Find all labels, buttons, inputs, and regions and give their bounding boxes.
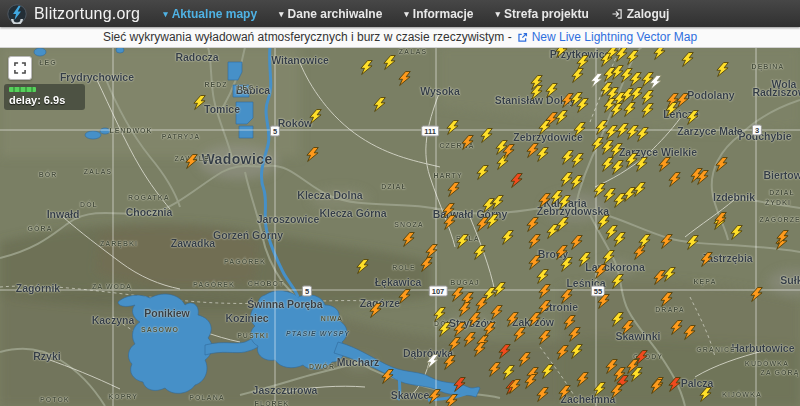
delay-progress-bar xyxy=(9,87,36,92)
nav-item-label: Zaloguj xyxy=(627,7,670,21)
nav-item-label: Dane archiwalne xyxy=(288,7,383,21)
site-tagline: Sieć wykrywania wyładowań atmosferycznyc… xyxy=(103,30,512,44)
dropdown-caret-icon: ▾ xyxy=(404,9,409,19)
blitzortung-logo-icon xyxy=(7,4,27,24)
top-navigation-bar: Blitzortung.org ▾Aktualne mapy▾Dane arch… xyxy=(0,0,800,27)
delay-label: delay: 6.9s xyxy=(9,94,79,106)
nav-item-aktualne-mapy[interactable]: ▾Aktualne mapy xyxy=(152,0,268,27)
dropdown-caret-icon: ▾ xyxy=(163,9,168,19)
sign-in-icon xyxy=(611,8,623,20)
nav-item-label: Strefa projektu xyxy=(504,7,589,21)
nav-item-label: Informacje xyxy=(413,7,474,21)
fullscreen-icon xyxy=(13,61,27,75)
nav-item-informacje[interactable]: ▾Informacje xyxy=(393,0,484,27)
fullscreen-button[interactable] xyxy=(8,56,32,80)
blitzortung-app: Blitzortung.org ▾Aktualne mapy▾Dane arch… xyxy=(0,0,800,406)
vector-map-link[interactable]: New Live Lightning Vector Map xyxy=(517,30,697,44)
nav-item-label: Aktualne mapy xyxy=(172,7,257,21)
subtitle-bar: Sieć wykrywania wyładowań atmosferycznyc… xyxy=(0,27,800,48)
nav-item-strefa-projektu[interactable]: ▾Strefa projektu xyxy=(485,0,600,27)
lightning-map[interactable]: WadowiceFrydrychowiceRadoczaWitanowiceBa… xyxy=(0,47,800,406)
dropdown-caret-icon: ▾ xyxy=(279,9,284,19)
delay-indicator: delay: 6.9s xyxy=(4,84,85,110)
external-link-icon xyxy=(517,32,528,43)
nav-item-zaloguj[interactable]: Zaloguj xyxy=(600,0,681,27)
map-terrain xyxy=(0,47,800,406)
site-title: Blitzortung.org xyxy=(34,5,140,23)
main-nav: ▾Aktualne mapy▾Dane archiwalne▾Informacj… xyxy=(152,0,680,27)
dropdown-caret-icon: ▾ xyxy=(496,9,501,19)
nav-item-dane-archiwalne[interactable]: ▾Dane archiwalne xyxy=(268,0,393,27)
